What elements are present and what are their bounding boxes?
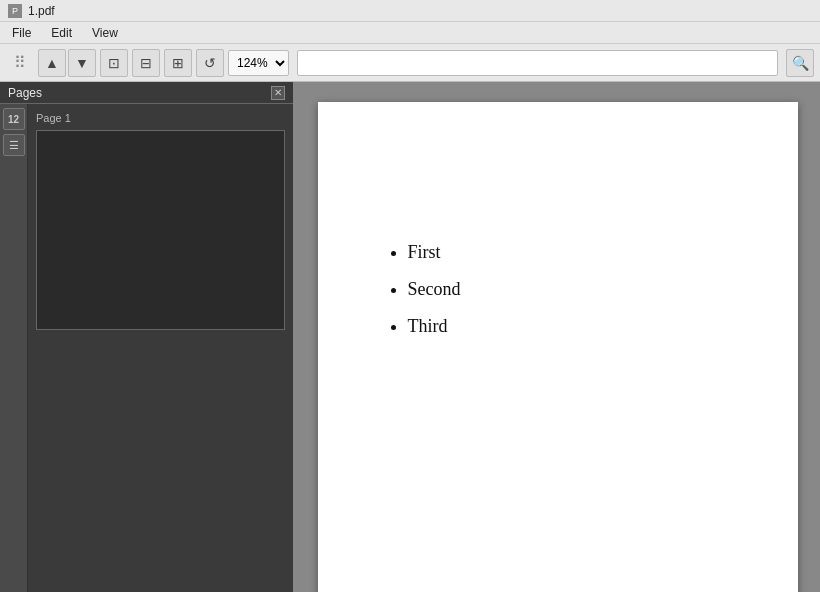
app-icon: P <box>8 4 22 18</box>
nav-group: ▲ ▼ <box>38 49 96 77</box>
bullet-list: First Second Third <box>378 242 738 337</box>
toolbar-handle: ⠿ <box>6 49 34 77</box>
search-button[interactable]: 🔍 <box>786 49 814 77</box>
page-thumbnail[interactable] <box>36 130 285 330</box>
sidebar-close-button[interactable]: ✕ <box>271 86 285 100</box>
list-item-first: First <box>408 242 738 263</box>
window-title: 1.pdf <box>28 4 55 18</box>
pdf-content: First Second Third <box>318 102 798 393</box>
main-area: Pages ✕ 12 ☰ Page 1 First Second Third <box>0 82 820 592</box>
sidebar-header: Pages ✕ <box>0 82 293 104</box>
nav-up-button[interactable]: ▲ <box>38 49 66 77</box>
menu-edit[interactable]: Edit <box>43 24 80 42</box>
fit-page-button[interactable]: ⊡ <box>100 49 128 77</box>
pdf-viewer[interactable]: First Second Third <box>295 82 820 592</box>
page-label: Page 1 <box>36 112 285 124</box>
nav-down-button[interactable]: ▼ <box>68 49 96 77</box>
menu-bar: File Edit View <box>0 22 820 44</box>
rotate-button[interactable]: ↺ <box>196 49 224 77</box>
menu-view[interactable]: View <box>84 24 126 42</box>
sidebar-tool-strip: 12 ☰ <box>0 104 28 592</box>
list-item-second: Second <box>408 279 738 300</box>
outline-view-button[interactable]: ☰ <box>3 134 25 156</box>
fit-width-button[interactable]: ⊟ <box>132 49 160 77</box>
search-input[interactable] <box>297 50 778 76</box>
list-item-third: Third <box>408 316 738 337</box>
zoom-select[interactable]: 50% 75% 100% 124% 150% 200% <box>228 50 289 76</box>
sidebar-content: Page 1 <box>28 104 293 592</box>
sidebar: Pages ✕ 12 ☰ Page 1 <box>0 82 295 592</box>
sidebar-title: Pages <box>8 86 42 100</box>
fit-content-button[interactable]: ⊞ <box>164 49 192 77</box>
title-bar: P 1.pdf <box>0 0 820 22</box>
pdf-page: First Second Third <box>318 102 798 592</box>
page-thumbnail-view-button[interactable]: 12 <box>3 108 25 130</box>
toolbar: ⠿ ▲ ▼ ⊡ ⊟ ⊞ ↺ 50% 75% 100% 124% 150% 200… <box>0 44 820 82</box>
menu-file[interactable]: File <box>4 24 39 42</box>
